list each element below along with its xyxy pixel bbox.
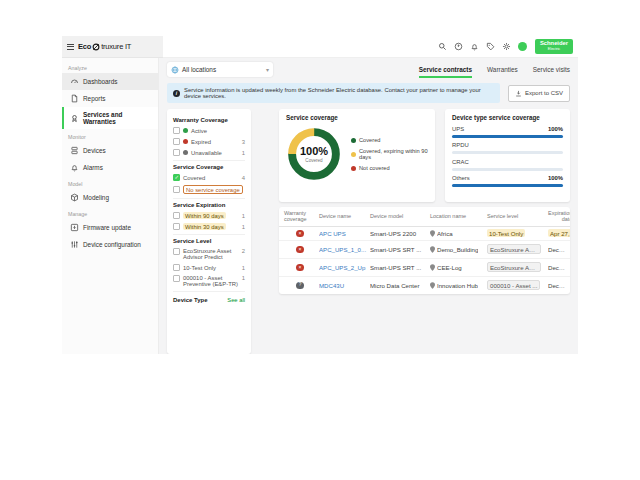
expiration-cell: Apr 27, 2024	[548, 230, 570, 237]
donut-percent: 100%	[300, 146, 328, 157]
checkbox[interactable]	[173, 212, 180, 219]
location-pin-icon	[430, 264, 435, 271]
filter-option-within-30-days[interactable]: Within 30 days 1	[173, 223, 245, 230]
table-row[interactable]: APC_UPS_1_0... Smart-UPS SRT ... Demo_Bu…	[279, 241, 570, 259]
sidebar-item-device-configuration[interactable]: Device configuration	[62, 236, 158, 253]
export-to-csv-button[interactable]: Export to CSV	[508, 85, 570, 102]
checkbox-checked[interactable]	[173, 174, 180, 181]
bar-track	[452, 184, 563, 187]
filter-title: Device Type	[173, 297, 208, 303]
location-cell: CEE-Log	[430, 264, 484, 271]
sidebar-section-manage: Manage	[62, 206, 158, 219]
location-cell: Innovation Hub	[430, 282, 484, 289]
tab-service-contracts[interactable]: Service contracts	[419, 66, 472, 78]
checkbox[interactable]	[173, 264, 180, 271]
table-row[interactable]: MDC43U Micro Data Center Innovation Hub …	[279, 277, 570, 294]
device-name-link[interactable]: MDC43U	[319, 282, 367, 289]
sidebar-item-label: Dashboards	[83, 78, 117, 85]
filter-section-device-type: Device Type See all	[173, 292, 245, 307]
legend-item-covered: Covered	[351, 137, 428, 143]
tab-warranties[interactable]: Warranties	[487, 66, 518, 78]
filter-option-unavailable[interactable]: Unavailable 1	[173, 149, 245, 156]
device-name-link[interactable]: APC_UPS_1_0...	[319, 246, 367, 253]
main-content: All locations ▾ Service contracts Warran…	[159, 58, 578, 354]
help-icon[interactable]	[454, 42, 464, 52]
sidebar-item-dashboards[interactable]: Dashboards	[62, 73, 158, 90]
avatar[interactable]	[518, 42, 527, 51]
legend-item-expiring: Covered, expiring within 90 days	[351, 148, 428, 160]
filter-title: Warranty Coverage	[173, 117, 245, 123]
legend-dot-icon	[351, 166, 356, 171]
service-coverage-card: Service coverage	[279, 109, 435, 202]
legend-label: Covered, expiring within 90 days	[359, 148, 428, 160]
tab-service-visits[interactable]: Service visits	[533, 66, 570, 78]
col-device-name[interactable]: Device name	[319, 213, 367, 219]
bar-label: UPS	[452, 126, 464, 132]
device-name-link[interactable]: APC UPS	[319, 230, 367, 237]
sidebar-item-firmware-update[interactable]: Firmware update	[62, 219, 158, 236]
see-all-link[interactable]: See all	[227, 297, 245, 303]
location-pin-icon	[430, 246, 435, 253]
tag-icon[interactable]	[486, 42, 496, 52]
location-selector[interactable]: All locations ▾	[167, 62, 273, 77]
sidebar-item-reports[interactable]: Reports	[62, 90, 158, 107]
sidebar-item-alarms[interactable]: Alarms	[62, 159, 158, 176]
sidebar-item-label: Device configuration	[83, 241, 141, 248]
bar-fill	[452, 184, 563, 187]
filter-option-covered[interactable]: Covered 4	[173, 174, 245, 181]
download-icon	[515, 90, 522, 97]
device-model: Smart-UPS SRT ...	[370, 246, 427, 253]
checkbox[interactable]	[173, 186, 180, 193]
sidebar-item-services-and-warranties[interactable]: Services and Warranties	[62, 107, 158, 129]
col-warranty-coverage[interactable]: Warranty coverage	[284, 210, 316, 223]
checkbox[interactable]	[173, 248, 180, 255]
bar-fill	[452, 135, 563, 138]
device-name-link[interactable]: APC_UPS_2_Up	[319, 264, 367, 271]
notifications-icon[interactable]	[470, 42, 480, 52]
legend-dot-icon	[351, 138, 356, 143]
filter-option-expired[interactable]: Expired 3	[173, 138, 245, 145]
col-device-model[interactable]: Device model	[370, 213, 427, 219]
schneider-electric-logo: Schneider Electric	[535, 39, 573, 54]
filter-section-warranty-coverage: Warranty Coverage Active Expired 3	[173, 114, 245, 161]
bar-track	[452, 168, 563, 171]
checkbox[interactable]	[173, 138, 180, 145]
service-level-chip: 10-Test Only	[487, 229, 525, 237]
option-count: 3	[242, 139, 245, 145]
checkbox[interactable]	[173, 275, 180, 282]
option-count: 1	[242, 224, 245, 230]
table-row[interactable]: APC UPS Smart-UPS 2200 Africa 10-Test On…	[279, 227, 570, 242]
checkbox[interactable]	[173, 127, 180, 134]
checkbox[interactable]	[173, 223, 180, 230]
filter-option-active[interactable]: Active	[173, 127, 245, 134]
checkbox[interactable]	[173, 149, 180, 156]
filter-option-asset-advisor-predict[interactable]: EcoStruxure Asset Advisor Predict 2	[173, 248, 245, 260]
device-model: Smart-UPS 2200	[370, 230, 427, 237]
location-cell: Africa	[430, 230, 484, 237]
option-count: 1	[242, 265, 245, 271]
bar-track	[452, 135, 563, 138]
filter-option-10-test-only[interactable]: 10-Test Only 1	[173, 264, 245, 271]
table-row[interactable]: APC_UPS_2_Up Smart-UPS SRT ... CEE-Log E…	[279, 259, 570, 277]
export-label: Export to CSV	[525, 90, 563, 96]
chevron-down-icon: ▾	[266, 66, 269, 73]
option-label: Active	[191, 128, 207, 134]
warranty-expired-icon	[296, 230, 304, 238]
filter-option-asset-preventive[interactable]: 000010 - Asset Preventive (E&P-TR) 1	[173, 275, 245, 287]
filter-option-no-service-coverage[interactable]: No service coverage	[173, 185, 245, 194]
filter-panel: Warranty Coverage Active Expired 3	[167, 109, 251, 354]
option-count: 1	[242, 275, 245, 281]
bar-label: Others	[452, 175, 470, 181]
legend-item-not-covered: Not covered	[351, 165, 428, 171]
search-icon[interactable]	[438, 42, 448, 52]
col-location-name[interactable]: Location name	[430, 213, 484, 219]
settings-icon[interactable]	[502, 42, 512, 52]
filter-option-within-90-days[interactable]: Within 90 days 1	[173, 212, 245, 219]
sidebar-item-devices[interactable]: Devices	[62, 142, 158, 159]
sidebar-item-label: Services and Warranties	[83, 111, 152, 125]
bar-row-others: Others 100%	[452, 175, 563, 187]
col-service-level[interactable]: Service level	[487, 213, 545, 219]
sidebar-item-modeling[interactable]: Modeling	[62, 189, 158, 206]
col-expiration-date[interactable]: Expiration date ? ↑	[548, 210, 570, 223]
menu-icon[interactable]	[67, 44, 74, 50]
